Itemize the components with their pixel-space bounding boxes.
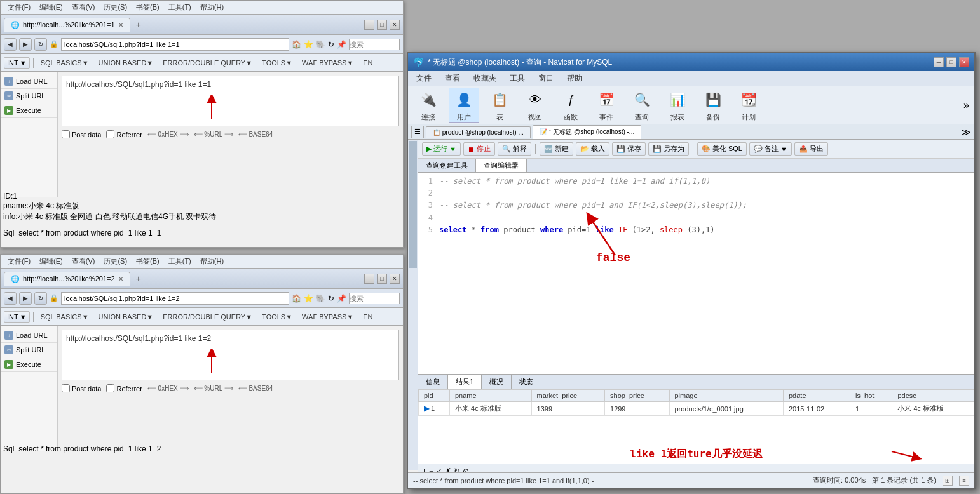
export-btn[interactable]: 📤 导出 [794,142,828,156]
navicat-restore[interactable]: □ [946,57,956,67]
explain-btn[interactable]: 🔍 解释 [498,142,531,156]
tool-user[interactable]: 👤 用户 [449,88,479,123]
tool-connect[interactable]: 🔌 连接 [413,88,444,122]
menu-edit-1[interactable]: 编辑(E) [36,1,67,13]
address-input-1[interactable] [61,38,289,51]
hex-btn-2[interactable]: ⟸ 0xHEX ⟹ [147,385,189,392]
tab-close-2[interactable]: ✕ [118,276,123,283]
tool-query[interactable]: 🔍 查询 [627,88,657,122]
tool-schedule[interactable]: 📆 计划 [733,88,764,122]
menu-file-1[interactable]: 文件(F) [4,1,34,13]
referrer-input-2[interactable] [106,384,114,392]
menu-tools-2[interactable]: 工具(T) [165,255,195,267]
navicat-menu-view[interactable]: 查看 [440,72,465,85]
error-double-btn[interactable]: ERROR/DOUBLE QUERY▼ [159,58,256,68]
result-tab-result1[interactable]: 结果1 [448,375,482,389]
menu-view-1[interactable]: 查看(V) [68,1,99,13]
split-url-btn[interactable]: ✂ Split URL [1,89,57,103]
beautify-btn[interactable]: 🎨 美化 SQL [697,142,747,156]
tools-btn[interactable]: TOOLS▼ [258,58,296,68]
tool-backup[interactable]: 💾 备份 [698,88,728,122]
toolbar-more[interactable]: » [963,100,969,111]
referrer-input[interactable] [106,130,114,138]
new-tab-btn-1[interactable]: + [133,18,144,31]
win-maximize-2[interactable]: □ [377,274,387,284]
address-input-2[interactable] [61,292,289,305]
menu-bookmarks-1[interactable]: 书签(B) [132,1,163,13]
menu-view-2[interactable]: 查看(V) [68,255,99,267]
tab-close-1[interactable]: ✕ [118,22,123,29]
menu-bookmarks-2[interactable]: 书签(B) [132,255,163,267]
post-data-checkbox-2[interactable]: Post data [62,384,101,392]
new-query-btn[interactable]: 🆕 新建 [540,142,573,156]
int-dropdown-2[interactable]: INT▼ [4,311,30,323]
tool-event[interactable]: 📅 事件 [591,88,622,122]
execute-btn[interactable]: ▶ Execute [1,103,57,118]
result-tab-status[interactable]: 状态 [512,375,541,389]
browser-tab-1[interactable]: 🌐 http://localh...%20like%201=1 ✕ [4,18,130,32]
comment-btn[interactable]: 💬 备注 ▼ [749,142,792,156]
navicat-menu-window[interactable]: 窗口 [533,72,559,85]
en-btn[interactable]: EN [359,58,376,68]
win-minimize-1[interactable]: ─ [364,20,374,30]
result-tab-overview[interactable]: 概况 [482,375,512,389]
load-btn[interactable]: 📂 载入 [576,142,609,156]
menu-history-1[interactable]: 历史(S) [100,1,131,13]
execute-btn-2[interactable]: ▶ Execute [1,357,57,372]
tab-untitled[interactable]: 📝 * 无标题 @shop (localhost) -... [533,125,641,139]
menu-help-1[interactable]: 帮助(H) [196,1,228,13]
sql-basics-btn[interactable]: SQL BASICS▼ [37,58,93,68]
win-close-2[interactable]: ✕ [390,274,400,284]
back-btn-2[interactable]: ◀ [4,292,17,305]
tab-product[interactable]: 📋 product @shop (localhost) ... [426,126,531,138]
post-data-checkbox[interactable]: Post data [62,130,101,138]
save-as-btn[interactable]: 💾 另存为 [648,142,689,156]
url-btn-2[interactable]: ⟸ %URL ⟹ [194,385,233,392]
base64-btn-1[interactable]: ⟸ BASE64 [238,131,273,138]
win-minimize-2[interactable]: ─ [364,274,374,284]
split-url-btn-2[interactable]: ✂ Split URL [1,343,57,357]
save-btn[interactable]: 💾 保存 [612,142,646,156]
load-url-btn-2[interactable]: ↓ Load URL [1,328,57,343]
forward-btn-1[interactable]: ▶ [19,38,32,51]
tab-query-builder[interactable]: 查询创建工具 [418,159,476,172]
search-input-2[interactable] [349,293,400,304]
tab-query-editor[interactable]: 查询编辑器 [476,159,527,172]
load-url-btn[interactable]: ↓ Load URL [1,74,57,89]
waf-bypass-btn[interactable]: WAF BYPASS▼ [298,58,357,68]
navicat-menu-help[interactable]: 帮助 [562,72,587,85]
tool-report[interactable]: 📊 报表 [662,88,693,122]
search-input-1[interactable] [349,39,400,50]
menu-history-2[interactable]: 历史(S) [100,255,131,267]
post-data-input[interactable] [62,130,70,138]
sql-basics-btn-2[interactable]: SQL BASICS▼ [37,312,93,322]
reload-btn-1[interactable]: ↻ [34,38,47,51]
result-tab-info[interactable]: 信息 [418,375,448,389]
navicat-menu-file[interactable]: 文件 [411,72,437,85]
navicat-menu-tools[interactable]: 工具 [505,72,530,85]
menu-tools-1[interactable]: 工具(T) [165,1,195,13]
int-dropdown-1[interactable]: INT ▼ [4,57,30,69]
navicat-minimize[interactable]: ─ [934,57,944,67]
stop-btn[interactable]: ⏹ 停止 [463,142,495,156]
menu-edit-2[interactable]: 编辑(E) [36,255,67,267]
run-btn[interactable]: ▶ 运行 ▼ [422,142,461,156]
reload-btn-2[interactable]: ↻ [34,292,47,305]
en-btn-2[interactable]: EN [359,312,376,322]
win-close-1[interactable]: ✕ [390,20,400,30]
win-maximize-1[interactable]: □ [377,20,387,30]
table-row-1[interactable]: ▶ 1 小米 4c 标准版 1399 1299 products/1/c_000… [419,402,974,416]
hamburger-menu[interactable]: ☰ [411,126,424,138]
menu-help-2[interactable]: 帮助(H) [196,255,228,267]
referrer-checkbox-2[interactable]: Referrer [106,384,142,392]
union-based-btn[interactable]: UNION BASED▼ [95,58,158,68]
error-double-btn-2[interactable]: ERROR/DOUBLE QUERY▼ [159,312,256,322]
forward-btn-2[interactable]: ▶ [19,292,32,305]
menu-file-2[interactable]: 文件(F) [4,255,34,267]
tool-view[interactable]: 👁 视图 [520,88,550,122]
back-btn-1[interactable]: ◀ [4,38,17,51]
tools-btn-2[interactable]: TOOLS▼ [258,312,296,322]
new-tab-btn-2[interactable]: + [133,272,144,285]
form-view-btn[interactable]: ≡ [959,476,969,486]
union-based-btn-2[interactable]: UNION BASED▼ [95,312,158,322]
